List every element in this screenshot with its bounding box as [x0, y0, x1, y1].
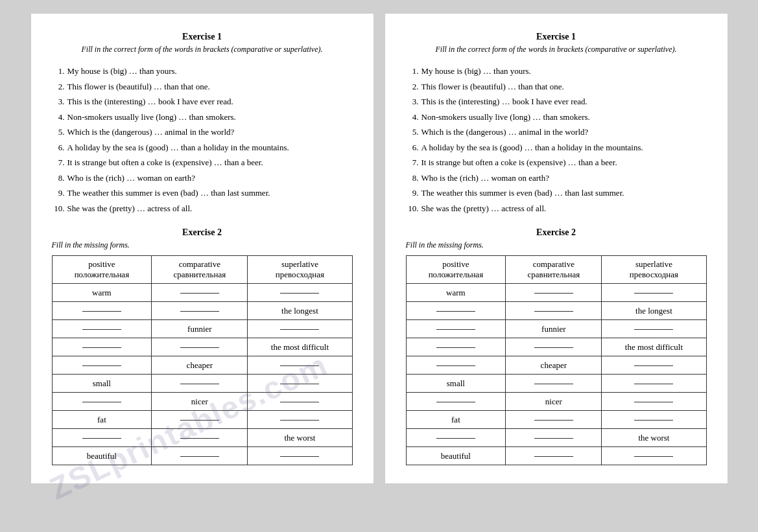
list-item-text: Which is the (dangerous) … animal in the… [421, 126, 589, 139]
list-item-number: 6. [406, 141, 419, 154]
table-row: fat [52, 411, 352, 429]
blank-line [180, 438, 219, 439]
cell-comparative [506, 411, 602, 429]
cell-positive [52, 302, 152, 320]
list-item-text: My house is (big) … than yours. [421, 65, 531, 78]
list-item: 1.My house is (big) … than yours. [52, 64, 353, 79]
list-item-number: 6. [52, 141, 65, 154]
list-item-number: 2. [52, 80, 65, 93]
table-row: funnier [52, 320, 352, 338]
cell-superlative [248, 356, 352, 375]
cell-superlative [602, 411, 706, 429]
list-item-number: 5. [406, 126, 419, 139]
list-item: 6.A holiday by the sea is (good) … than … [52, 140, 353, 156]
list-item: 2.This flower is (beautiful) … than that… [52, 79, 353, 95]
worksheet-right: Exercise 1Fill in the correct form of th… [385, 13, 728, 484]
list-item-text: This is the (interesting) … book I have … [421, 95, 587, 108]
table-row: cheaper [52, 356, 352, 375]
list-item-text: A holiday by the sea is (good) … than a … [67, 141, 289, 154]
list-item: 9.The weather this summer is even (bad) … [406, 185, 707, 201]
cell-comparative [152, 284, 248, 302]
blank-line [634, 293, 673, 294]
cell-superlative [248, 393, 352, 411]
table-row: the longest [406, 302, 706, 320]
blank-line [534, 347, 573, 348]
cell-comparative [506, 284, 602, 302]
page-wrapper: Exercise 1Fill in the correct form of th… [30, 13, 728, 484]
blank-line [180, 420, 219, 421]
cell-comparative: funnier [506, 320, 602, 338]
list-item-number: 10. [52, 202, 65, 215]
list-item-text: Who is the (rich) … woman on earth? [421, 172, 549, 185]
list-item-number: 9. [406, 187, 419, 200]
cell-comparative [152, 429, 248, 447]
table-header-1: comparativeсравнительная [506, 256, 602, 284]
table-row: funnier [406, 320, 706, 338]
blank-line [534, 293, 573, 294]
list-item-number: 4. [52, 111, 65, 124]
list-item: 3.This is the (interesting) … book I hav… [52, 94, 353, 110]
cell-comparative: nicer [506, 393, 602, 411]
exercise1-list: 1.My house is (big) … than yours.2.This … [406, 64, 707, 216]
blank-line [82, 329, 121, 330]
list-item-text: The weather this summer is even (bad) … … [421, 187, 624, 200]
blank-line [280, 456, 319, 457]
list-item: 2.This flower is (beautiful) … than that… [406, 79, 707, 95]
exercise2-subtitle: Fill in the missing forms. [52, 240, 353, 250]
list-item: 7.It is strange but often a coke is (exp… [406, 155, 707, 170]
cell-positive: fat [52, 411, 152, 429]
list-item-text: It is strange but often a coke is (expen… [67, 156, 263, 169]
cell-comparative: funnier [152, 320, 248, 338]
exercise1-subtitle: Fill in the correct form of the words in… [52, 45, 353, 54]
cell-superlative [602, 356, 706, 375]
blank-line [436, 311, 475, 312]
exercise2-table: positiveположительнаяcomparativeсравните… [406, 255, 707, 465]
cell-comparative [152, 375, 248, 393]
table-header-0: positiveположительная [406, 256, 506, 284]
cell-superlative: the worst [248, 429, 352, 447]
table-row: small [52, 375, 352, 393]
cell-positive [52, 338, 152, 356]
blank-line [180, 456, 219, 457]
blank-line [280, 420, 319, 421]
list-item-text: Non-smokers usually live (long) … than s… [421, 111, 590, 124]
cell-comparative: cheaper [152, 356, 248, 375]
blank-line [634, 456, 673, 457]
cell-positive: warm [52, 284, 152, 302]
list-item-text: My house is (big) … than yours. [67, 65, 177, 78]
cell-superlative [248, 375, 352, 393]
cell-comparative [506, 429, 602, 447]
table-header-1: comparativeсравнительная [152, 256, 248, 284]
blank-line [180, 384, 219, 384]
cell-superlative [602, 375, 706, 393]
cell-comparative [506, 375, 602, 393]
blank-line [534, 438, 573, 439]
list-item: 4.Non-smokers usually live (long) … than… [406, 110, 707, 125]
cell-comparative [152, 302, 248, 320]
blank-line [634, 329, 673, 330]
list-item: 10.She was the (pretty) … actress of all… [52, 201, 353, 216]
blank-line [634, 384, 673, 384]
table-row: nicer [406, 393, 706, 411]
blank-line [82, 365, 121, 366]
cell-comparative [152, 338, 248, 356]
blank-line [634, 365, 673, 366]
cell-positive [52, 356, 152, 375]
cell-positive [406, 429, 506, 447]
cell-superlative: the longest [602, 302, 706, 320]
cell-positive [52, 429, 152, 447]
list-item-text: This is the (interesting) … book I have … [67, 95, 233, 108]
blank-line [280, 365, 319, 366]
blank-line [180, 293, 219, 294]
blank-line [436, 329, 475, 330]
list-item-text: Which is the (dangerous) … animal in the… [67, 126, 235, 139]
list-item-number: 9. [52, 187, 65, 200]
cell-positive: small [406, 375, 506, 393]
cell-superlative: the most difficult [602, 338, 706, 356]
cell-positive [406, 320, 506, 338]
table-row: beautiful [406, 447, 706, 465]
blank-line [634, 402, 673, 402]
table-row: the most difficult [52, 338, 352, 356]
blank-line [436, 402, 475, 402]
cell-positive: fat [406, 411, 506, 429]
